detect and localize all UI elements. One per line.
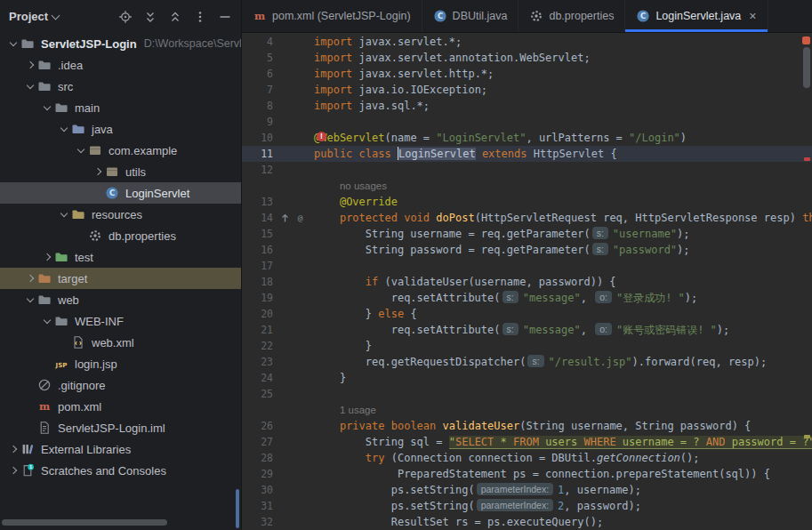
chevron-slot[interactable] (5, 463, 20, 478)
line-number[interactable]: 15 (242, 226, 273, 242)
code-line[interactable]: 6import javax.servlet.http.*; (242, 66, 812, 82)
close-icon[interactable]: × (749, 10, 756, 22)
tree-item-src[interactable]: src (0, 76, 241, 97)
hide-panel-icon[interactable] (218, 10, 232, 24)
code-line[interactable]: 5import javax.servlet.annotation.WebServ… (242, 50, 812, 66)
chevron-right-icon[interactable] (43, 253, 50, 261)
tab-db-properties[interactable]: db.properties (519, 0, 625, 32)
line-number[interactable]: 13 (242, 194, 273, 210)
code-line[interactable]: 27 String sql = "SELECT * FROM users WHE… (242, 434, 812, 450)
tree-item-loginservlet[interactable]: CLoginServlet (0, 182, 241, 204)
chevron-right-icon[interactable] (26, 275, 33, 282)
line-number[interactable]: 5 (242, 50, 273, 66)
line-number[interactable]: 28 (242, 450, 273, 466)
chevron-slot[interactable] (90, 165, 105, 179)
inlay-line[interactable]: no usages (242, 178, 812, 194)
sidebar-vertical-scrollbar[interactable] (236, 489, 239, 528)
tree-item-servletjsp-login-iml[interactable]: ServletJSP-Login.iml (0, 417, 241, 438)
line-number[interactable]: 10 (242, 130, 273, 146)
code-line[interactable]: 10!@WebServlet(name = "LoginServlet", ur… (242, 130, 812, 146)
tree-item-resources[interactable]: resources (0, 204, 241, 225)
tree-item-utils[interactable]: utils (0, 161, 241, 182)
code-line[interactable]: 17 (242, 258, 812, 274)
code-line[interactable]: 25 (242, 386, 812, 402)
chevron-slot[interactable] (73, 143, 88, 157)
line-number[interactable]: 30 (242, 482, 273, 498)
expand-all-icon[interactable] (143, 10, 157, 24)
line-number[interactable]: 27 (242, 434, 273, 450)
line-number[interactable]: 29 (242, 466, 273, 482)
code-line[interactable]: 16 String password = req.getParameter(s:… (242, 242, 812, 258)
annotation-icon[interactable]: @ (293, 212, 307, 225)
tree-item-pom-xml[interactable]: mpom.xml (0, 396, 241, 417)
chevron-slot[interactable] (39, 250, 54, 264)
line-number[interactable]: 22 (242, 338, 273, 354)
more-options-icon[interactable] (193, 10, 207, 24)
tree-item-gitignore[interactable]: .gitignore (0, 374, 241, 396)
vertical-scrollbar[interactable] (803, 47, 810, 88)
line-number[interactable]: 26 (242, 418, 273, 434)
line-number[interactable]: 9 (242, 114, 273, 130)
line-number[interactable]: 23 (242, 354, 273, 370)
code-line[interactable]: 15 String username = req.getParameter(s:… (242, 226, 812, 242)
code-line[interactable]: 28 try (Connection connection = DBUtil.g… (242, 450, 812, 466)
chevron-down-icon[interactable] (26, 82, 33, 89)
code-line[interactable]: 24 } (242, 370, 812, 386)
line-number[interactable]: 25 (242, 386, 273, 402)
warning-stripe-mark[interactable] (804, 435, 810, 438)
chevron-down-icon[interactable] (43, 103, 50, 110)
tree-item-com-example[interactable]: com.example (0, 140, 241, 161)
line-number[interactable]: 20 (242, 306, 273, 322)
code-line[interactable]: 9 (242, 114, 812, 130)
code-line[interactable]: 23 req.getRequestDispatcher(s:"/result.j… (242, 354, 812, 370)
chevron-slot[interactable] (56, 207, 71, 221)
line-number[interactable]: 17 (242, 258, 273, 274)
chevron-right-icon[interactable] (26, 61, 33, 68)
code-line[interactable]: 11public class LoginServlet extends Http… (242, 146, 812, 162)
tree-item-login-jsp[interactable]: JSPlogin.jsp (0, 353, 241, 374)
chevron-slot[interactable] (22, 58, 37, 72)
tree-item-db-properties[interactable]: db.properties (0, 225, 241, 246)
chevron-slot[interactable] (22, 79, 37, 93)
code-line[interactable]: 8import java.sql.*; (242, 98, 812, 114)
tree-item-target[interactable]: target (0, 268, 241, 289)
line-number[interactable]: 19 (242, 290, 273, 306)
horizontal-scrollbar[interactable] (2, 519, 167, 526)
line-number[interactable]: 21 (242, 322, 273, 338)
code-line[interactable]: 32 ResultSet rs = ps.executeQuery(); (242, 514, 812, 530)
line-number[interactable]: 32 (242, 514, 273, 530)
code-area[interactable]: 4import javax.servlet.*;5import javax.se… (242, 33, 812, 530)
tab-loginservlet-java[interactable]: CLoginServlet.java× (625, 0, 768, 32)
code-line[interactable]: 22 } (242, 338, 812, 354)
line-number[interactable]: 11 (242, 146, 273, 162)
line-number[interactable]: 14 (242, 210, 273, 226)
code-line[interactable]: 7import java.io.IOException; (242, 82, 812, 98)
tree-item-web-xml[interactable]: web.xml (0, 332, 241, 353)
tab-dbutil-java[interactable]: CDBUtil.java (422, 0, 519, 32)
line-number[interactable]: 24 (242, 370, 273, 386)
chevron-down-icon[interactable] (60, 210, 67, 217)
tree-item-external-libraries[interactable]: External Libraries (0, 438, 241, 460)
code-line[interactable]: 18 if (validateUser(username, password))… (242, 274, 812, 290)
tree-item-scratches-and-consoles[interactable]: 1Scratches and Consoles (0, 460, 241, 481)
code-line[interactable]: 29 PreparedStatement ps = connection.pre… (242, 466, 812, 482)
code-line[interactable]: 26 private boolean validateUser(String u… (242, 418, 812, 434)
chevron-down-icon[interactable] (9, 39, 16, 46)
code-line[interactable]: 12 (242, 162, 812, 178)
override-icon[interactable] (278, 212, 292, 225)
tree-item-java[interactable]: java (0, 118, 241, 140)
tree-item-web-inf[interactable]: WEB-INF (0, 310, 241, 332)
chevron-down-icon[interactable] (60, 124, 67, 132)
line-number[interactable]: 18 (242, 274, 273, 290)
chevron-slot[interactable] (56, 122, 71, 136)
chevron-right-icon[interactable] (9, 467, 16, 474)
chevron-slot[interactable] (39, 314, 54, 328)
tree-item-web[interactable]: web (0, 289, 241, 310)
collapse-all-icon[interactable] (168, 10, 182, 24)
error-stripe-mark[interactable] (804, 157, 810, 161)
chevron-down-icon[interactable] (26, 295, 33, 302)
tree-item-test[interactable]: test (0, 246, 241, 268)
tree-item-servletjsp-login[interactable]: ServletJSP-LoginD:\Workspace\ServletJSP (0, 33, 241, 54)
chevron-slot[interactable] (5, 36, 20, 51)
project-panel-title[interactable]: Project (9, 10, 48, 23)
